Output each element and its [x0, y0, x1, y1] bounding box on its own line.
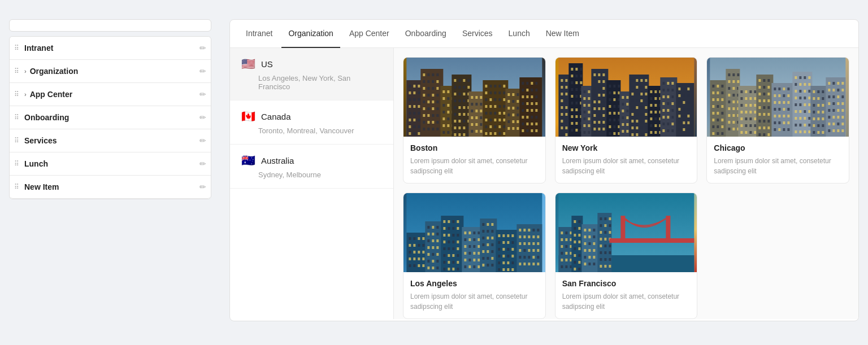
svg-rect-194: [512, 113, 514, 116]
svg-rect-177: [503, 125, 505, 128]
edit-icon[interactable]: ✏: [199, 67, 206, 76]
edit-icon[interactable]: ✏: [199, 159, 206, 168]
svg-rect-509: [728, 94, 731, 97]
svg-rect-681: [828, 95, 831, 98]
country-item-us[interactable]: 🇺🇸USLos Angeles, New York, San Francisco: [230, 48, 393, 101]
svg-rect-716: [413, 251, 415, 254]
svg-rect-695: [837, 116, 840, 119]
edit-icon[interactable]: ✏: [199, 136, 206, 145]
tab-onboarding[interactable]: Onboarding: [398, 20, 453, 48]
tab-organization[interactable]: Organization: [281, 20, 340, 48]
svg-rect-124: [471, 96, 473, 99]
edit-icon[interactable]: ✏: [199, 113, 206, 122]
svg-rect-480: [722, 91, 724, 94]
tab-intranet[interactable]: Intranet: [239, 20, 279, 48]
svg-rect-836: [507, 241, 509, 244]
city-desc-chicago: Lorem ipsum dolor sit amet, consetetur s…: [714, 156, 842, 176]
country-item-australia[interactable]: 🇦🇺AustraliaSydney, Melbourne: [230, 145, 393, 189]
svg-rect-666: [813, 124, 815, 127]
tab-new-item[interactable]: New Item: [539, 20, 586, 48]
edit-icon[interactable]: ✏: [199, 182, 206, 191]
svg-rect-878: [532, 256, 535, 259]
svg-rect-269: [575, 95, 578, 98]
tab-lunch[interactable]: Lunch: [502, 20, 537, 48]
sidebar-item-services[interactable]: ⠿Services✏: [10, 129, 211, 152]
svg-rect-924: [584, 229, 586, 232]
tab-app-center[interactable]: App Center: [342, 20, 396, 48]
svg-rect-820: [482, 250, 484, 253]
svg-rect-587: [783, 88, 785, 90]
edit-icon[interactable]: ✏: [199, 43, 206, 53]
countries-list: 🇺🇸USLos Angeles, New York, San Francisco…: [230, 48, 394, 319]
svg-rect-614: [795, 76, 797, 79]
sidebar-item-new-item[interactable]: ⠿New Item✏: [10, 176, 211, 199]
svg-rect-207: [522, 89, 524, 91]
svg-rect-302: [593, 73, 596, 76]
sidebar-item-lunch[interactable]: ⠿Lunch✏: [10, 152, 211, 176]
svg-rect-491: [717, 119, 719, 121]
svg-rect-762: [443, 241, 445, 243]
city-image-san-francisco: [555, 193, 697, 272]
svg-rect-851: [502, 268, 505, 271]
svg-rect-936: [584, 256, 586, 259]
svg-rect-445: [662, 123, 665, 125]
svg-rect-745: [436, 260, 439, 263]
sidebar-item-label-lunch: Lunch: [24, 159, 199, 168]
svg-rect-251: [561, 126, 563, 129]
svg-rect-306: [598, 80, 600, 83]
sidebar-item-intranet[interactable]: ⠿Intranet✏: [10, 37, 211, 60]
svg-rect-541: [745, 111, 748, 113]
add-entry-button[interactable]: [9, 19, 211, 32]
svg-rect-651: [813, 90, 815, 93]
svg-rect-920: [578, 261, 580, 264]
svg-rect-703: [837, 129, 840, 132]
svg-rect-424: [654, 131, 657, 134]
flag-us: 🇺🇸: [241, 57, 255, 71]
svg-rect-495: [722, 125, 724, 128]
svg-rect-89: [463, 79, 465, 82]
svg-rect-26: [418, 132, 420, 135]
svg-rect-460: [687, 101, 689, 104]
sidebar-item-app-center[interactable]: ⠿›App Center✏: [10, 83, 211, 106]
svg-rect-232: [526, 129, 528, 132]
svg-rect-493: [713, 125, 715, 128]
svg-rect-744: [432, 260, 434, 263]
sidebar-item-onboarding[interactable]: ⠿Onboarding✏: [10, 106, 211, 129]
svg-rect-661: [818, 111, 820, 113]
svg-rect-622: [795, 90, 797, 93]
svg-rect-880: [519, 263, 521, 265]
svg-rect-735: [432, 239, 434, 242]
svg-rect-961: [600, 258, 602, 261]
svg-rect-164: [489, 112, 492, 115]
svg-rect-555: [754, 131, 757, 134]
city-card-los-angeles[interactable]: Los AngelesLorem ipsum dolor sit amet, c…: [403, 193, 546, 319]
expand-icon[interactable]: ›: [24, 68, 27, 75]
tab-services[interactable]: Services: [455, 20, 500, 48]
svg-rect-639: [800, 117, 802, 120]
svg-rect-559: [768, 79, 770, 82]
svg-rect-631: [800, 103, 802, 106]
svg-rect-714: [422, 244, 424, 247]
edit-icon[interactable]: ✏: [199, 90, 206, 99]
city-card-chicago[interactable]: ChicagoLorem ipsum dolor sit amet, conse…: [706, 57, 849, 184]
svg-rect-169: [489, 119, 492, 121]
country-item-canada[interactable]: 🇨🇦CanadaToronto, Montreal, Vancouver: [230, 101, 393, 145]
svg-rect-278: [575, 115, 578, 118]
svg-rect-29: [427, 73, 429, 76]
city-card-san-francisco[interactable]: San FranciscoLorem ipsum dolor sit amet,…: [555, 193, 698, 319]
expand-icon[interactable]: ›: [24, 91, 27, 98]
svg-rect-88: [458, 79, 461, 82]
svg-rect-324: [598, 121, 600, 124]
sidebar-item-label-new-item: New Item: [24, 182, 199, 191]
city-desc-boston: Lorem ipsum dolor sit amet, consetetur s…: [410, 156, 539, 176]
svg-rect-141: [480, 130, 482, 133]
svg-rect-726: [422, 264, 424, 267]
svg-rect-693: [828, 116, 831, 119]
city-card-new-york[interactable]: New YorkLorem ipsum dolor sit amet, cons…: [555, 57, 698, 184]
svg-rect-342: [609, 112, 611, 115]
svg-rect-850: [498, 268, 500, 271]
sidebar-item-organization[interactable]: ⠿›Organization✏: [10, 60, 211, 83]
svg-rect-313: [602, 94, 605, 97]
svg-rect-427: [662, 82, 665, 85]
city-card-boston[interactable]: BostonLorem ipsum dolor sit amet, conset…: [403, 57, 546, 184]
